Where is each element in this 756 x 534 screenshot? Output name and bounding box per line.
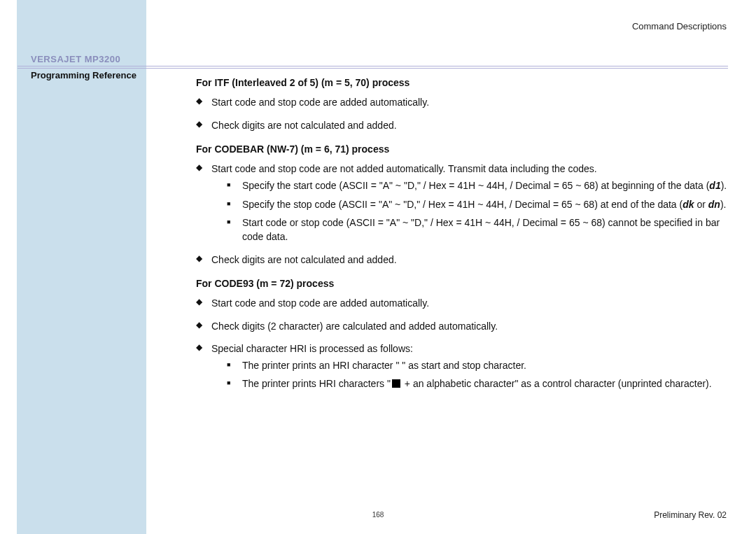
text: The printer prints HRI characters " [242, 378, 391, 389]
content-body: For ITF (Interleaved 2 of 5) (m = 5, 70)… [196, 76, 735, 400]
list-item: Check digits (2 character) are calculate… [196, 319, 735, 333]
text: or [694, 199, 708, 210]
text: Start code and stop code are not added a… [211, 163, 597, 174]
list-item: The printer prints an HRI character " " … [227, 358, 735, 372]
list-item: Specify the start code (ASCII = "A" ~ "D… [227, 178, 735, 192]
list-item: Start code and stop code are not added a… [196, 162, 735, 244]
text: Special character HRI is processed as fo… [211, 343, 413, 354]
divider-top [18, 66, 728, 66]
list-item: Check digits are not calculated and adde… [196, 253, 735, 267]
text: + an alphabetic character" as a control … [402, 378, 712, 389]
page-number: 168 [0, 511, 756, 519]
emphasis: dk [682, 199, 694, 210]
list-codebar: Start code and stop code are not added a… [196, 162, 735, 267]
footer-revision: Preliminary Rev. 02 [654, 510, 727, 520]
list-item: Start code and stop code are added autom… [196, 296, 735, 310]
text: Specify the start code (ASCII = "A" ~ "D… [242, 180, 709, 191]
list-item: Start code and stop code are added autom… [196, 95, 735, 109]
page-root: Command Descriptions VERSAJET MP3200 Pro… [0, 0, 756, 534]
sublist: Specify the start code (ASCII = "A" ~ "D… [211, 178, 735, 244]
text: ). [720, 199, 727, 210]
list-item: Start code or stop code (ASCII = "A" ~ "… [227, 216, 735, 244]
text: ). [721, 180, 727, 191]
list-itf: Start code and stop code are added autom… [196, 95, 735, 132]
black-square-icon [392, 379, 400, 388]
list-item: The printer prints HRI characters " + an… [227, 377, 735, 391]
product-name: VERSAJET MP3200 [31, 54, 120, 64]
text: Specify the stop code (ASCII = "A" ~ "D,… [242, 199, 682, 210]
list-code93: Start code and stop code are added autom… [196, 296, 735, 391]
emphasis: dn [708, 199, 720, 210]
section-heading-codebar: For CODEBAR (NW-7) (m = 6, 71) process [196, 142, 735, 156]
product-subtitle: Programming Reference [31, 70, 136, 80]
section-heading-itf: For ITF (Interleaved 2 of 5) (m = 5, 70)… [196, 76, 735, 90]
sublist: The printer prints an HRI character " " … [211, 358, 735, 391]
list-item: Check digits are not calculated and adde… [196, 118, 735, 132]
header-section-label: Command Descriptions [632, 21, 727, 31]
emphasis: d1 [709, 180, 720, 191]
divider-bottom [18, 68, 728, 69]
list-item: Specify the stop code (ASCII = "A" ~ "D,… [227, 197, 735, 211]
list-item: Special character HRI is processed as fo… [196, 342, 735, 391]
section-heading-code93: For CODE93 (m = 72) process [196, 276, 735, 290]
